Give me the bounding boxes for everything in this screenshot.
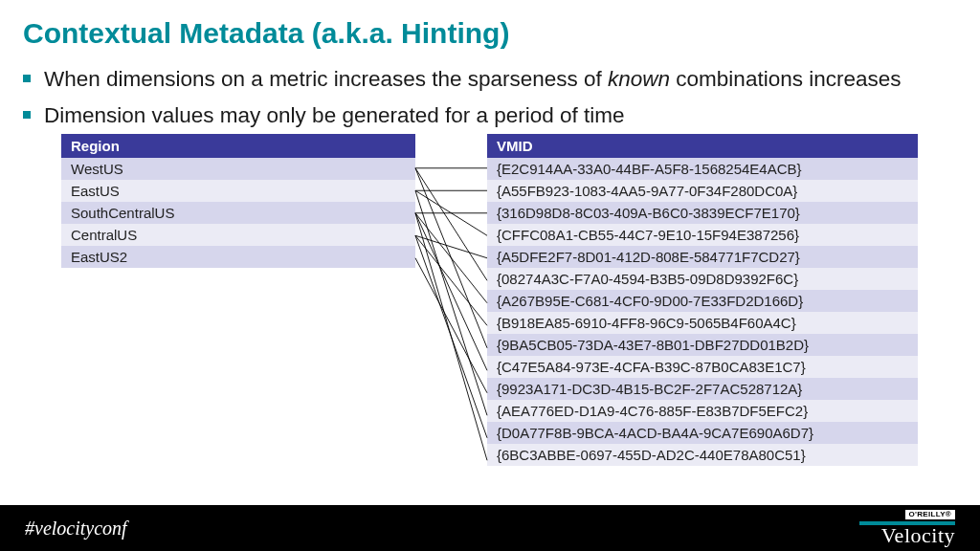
- region-header: Region: [61, 134, 415, 158]
- vmid-cell: {B918EA85-6910-4FF8-96C9-5065B4F60A4C}: [487, 312, 918, 334]
- table-row: {B918EA85-6910-4FF8-96C9-5065B4F60A4C}: [487, 312, 918, 334]
- vmid-cell: {08274A3C-F7A0-4594-B3B5-09D8D9392F6C}: [487, 268, 918, 290]
- table-row: {6BC3ABBE-0697-455D-AD2C-440E78A80C51}: [487, 444, 918, 466]
- table-row: {C47E5A84-973E-4CFA-B39C-87B0CA83E1C7}: [487, 356, 918, 378]
- region-table: Region WestUSEastUSSouthCentralUSCentral…: [61, 134, 415, 268]
- bullet-item: Dimension values may only be generated f…: [23, 101, 980, 130]
- vmid-cell: {D0A77F8B-9BCA-4ACD-BA4A-9CA7E690A6D7}: [487, 422, 918, 444]
- table-row: {CFFC08A1-CB55-44C7-9E10-15F94E387256}: [487, 224, 918, 246]
- region-cell: EastUS2: [61, 246, 415, 268]
- region-cell: EastUS: [61, 180, 415, 202]
- tables-area: Region WestUSEastUSSouthCentralUSCentral…: [61, 134, 923, 494]
- vmid-cell: {A55FB923-1083-4AA5-9A77-0F34F280DC0A}: [487, 180, 918, 202]
- bullet-item: When dimensions on a metric increases th…: [23, 65, 980, 94]
- table-row: {AEA776ED-D1A9-4C76-885F-E83B7DF5EFC2}: [487, 400, 918, 422]
- vmid-cell: {E2C914AA-33A0-44BF-A5F8-1568254E4ACB}: [487, 158, 918, 180]
- bullet-list: When dimensions on a metric increases th…: [0, 65, 980, 131]
- table-row: SouthCentralUS: [61, 202, 415, 224]
- table-row: CentralUS: [61, 224, 415, 246]
- vmid-cell: {A267B95E-C681-4CF0-9D00-7E33FD2D166D}: [487, 290, 918, 312]
- table-row: EastUS: [61, 180, 415, 202]
- hashtag: #velocityconf: [25, 518, 127, 540]
- region-cell: WestUS: [61, 158, 415, 180]
- table-row: EastUS2: [61, 246, 415, 268]
- table-row: {08274A3C-F7A0-4594-B3B5-09D8D9392F6C}: [487, 268, 918, 290]
- brand-name: Velocity: [881, 525, 955, 546]
- region-cell: SouthCentralUS: [61, 202, 415, 224]
- vmid-cell: {A5DFE2F7-8D01-412D-808E-584771F7CD27}: [487, 246, 918, 268]
- vmid-cell: {CFFC08A1-CB55-44C7-9E10-15F94E387256}: [487, 224, 918, 246]
- oreilly-badge: O'REILLY®: [905, 510, 955, 519]
- footer-bar: #velocityconf O'REILLY® Velocity: [0, 505, 980, 551]
- region-cell: CentralUS: [61, 224, 415, 246]
- vmid-cell: {AEA776ED-D1A9-4C76-885F-E83B7DF5EFC2}: [487, 400, 918, 422]
- slide-title: Contextual Metadata (a.k.a. Hinting): [0, 0, 980, 50]
- vmid-table: VMID {E2C914AA-33A0-44BF-A5F8-1568254E4A…: [487, 134, 918, 466]
- table-row: {316D98D8-8C03-409A-B6C0-3839ECF7E170}: [487, 202, 918, 224]
- vmid-cell: {316D98D8-8C03-409A-B6C0-3839ECF7E170}: [487, 202, 918, 224]
- vmid-cell: {9BA5CB05-73DA-43E7-8B01-DBF27DD01B2D}: [487, 334, 918, 356]
- table-row: {9BA5CB05-73DA-43E7-8B01-DBF27DD01B2D}: [487, 334, 918, 356]
- table-row: {E2C914AA-33A0-44BF-A5F8-1568254E4ACB}: [487, 158, 918, 180]
- vmid-cell: {9923A171-DC3D-4B15-BC2F-2F7AC528712A}: [487, 378, 918, 400]
- bullet-text: When dimensions on a metric increases th…: [44, 65, 901, 94]
- vmid-cell: {C47E5A84-973E-4CFA-B39C-87B0CA83E1C7}: [487, 356, 918, 378]
- table-row: {A5DFE2F7-8D01-412D-808E-584771F7CD27}: [487, 246, 918, 268]
- table-row: {A267B95E-C681-4CF0-9D00-7E33FD2D166D}: [487, 290, 918, 312]
- table-row: {D0A77F8B-9BCA-4ACD-BA4A-9CA7E690A6D7}: [487, 422, 918, 444]
- brand-block: O'REILLY® Velocity: [859, 510, 955, 546]
- bullet-icon: [23, 111, 31, 119]
- vmid-cell: {6BC3ABBE-0697-455D-AD2C-440E78A80C51}: [487, 444, 918, 466]
- table-row: {9923A171-DC3D-4B15-BC2F-2F7AC528712A}: [487, 378, 918, 400]
- bullet-text: Dimension values may only be generated f…: [44, 101, 625, 130]
- vmid-header: VMID: [487, 134, 918, 158]
- table-row: WestUS: [61, 158, 415, 180]
- table-row: {A55FB923-1083-4AA5-9A77-0F34F280DC0A}: [487, 180, 918, 202]
- bullet-icon: [23, 75, 31, 82]
